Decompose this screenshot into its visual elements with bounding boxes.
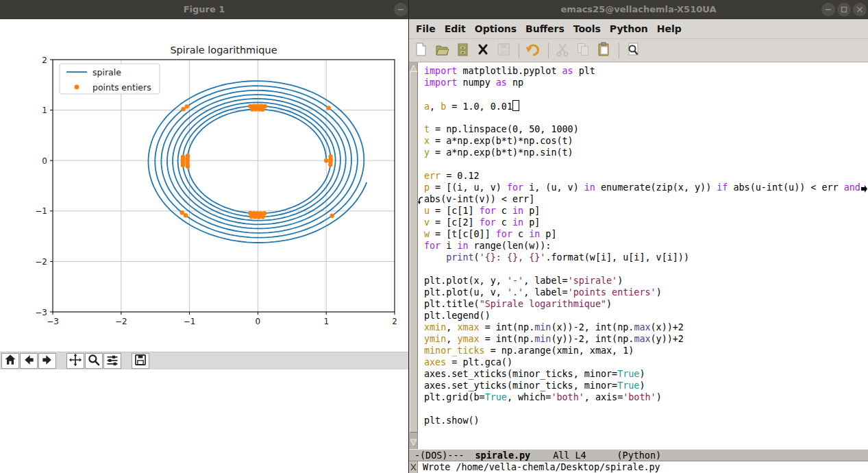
integer-point: [186, 165, 190, 169]
dired-icon: [455, 42, 470, 59]
code-line: abs(v-int(v)) < err]: [418, 193, 868, 205]
left-scrollbar[interactable]: [409, 62, 418, 449]
cut-button[interactable]: [553, 41, 572, 60]
code-line: plt.show(): [418, 415, 868, 426]
save-icon: [133, 353, 148, 369]
forward-icon: [40, 353, 55, 369]
paste-icon: [596, 42, 611, 59]
close-button[interactable]: [853, 3, 867, 16]
integer-point: [330, 214, 334, 218]
emacs-title: emacs25@vellachemla-X510UA: [409, 0, 868, 19]
back-button[interactable]: [20, 353, 38, 369]
minibuffer[interactable]: Wrote /home/vella-chemla/Desktop/spirale…: [409, 461, 868, 473]
integer-point: [180, 210, 184, 215]
code-line: xmin, xmax = int(np.min(x))-2, int(np.ma…: [418, 322, 868, 333]
mode-line-major-mode: (Python): [617, 450, 662, 461]
maximize-button[interactable]: [837, 3, 851, 16]
close-icon: [856, 6, 863, 13]
code-line: plt.plot(u, v, '.', label='points entier…: [418, 287, 868, 298]
code-line: v = [c[2] for c in p]: [418, 217, 868, 228]
x-tick-label: −1: [184, 317, 196, 326]
integer-point: [184, 213, 188, 217]
y-tick-label: 0: [42, 156, 47, 166]
code-line: w = [t[c[0]] for c in p]: [418, 228, 868, 240]
emacs-titlebar[interactable]: emacs25@vellachemla-X510UA: [409, 0, 868, 20]
plot-canvas[interactable]: −3−2−1012−3−2−1012Spirale logarithmiques…: [0, 19, 408, 352]
integer-point: [181, 107, 185, 111]
forward-button[interactable]: [38, 353, 56, 369]
scrollbar-down-icon[interactable]: [409, 437, 418, 446]
integer-point: [181, 163, 185, 167]
save-button[interactable]: [132, 353, 149, 369]
paste-button[interactable]: [594, 41, 613, 60]
legend-point-sample: [75, 85, 79, 90]
minimize-button[interactable]: [821, 3, 835, 16]
code-line: ymin, ymax = int(np.min(y))-2, int(np.ma…: [418, 333, 868, 345]
home-icon: [3, 353, 18, 369]
y-tick-label: 1: [42, 106, 47, 115]
integer-point: [185, 104, 189, 108]
code-line: axes = plt.gca(): [418, 356, 868, 368]
menu-item-options[interactable]: Options: [473, 23, 518, 34]
minimize-button[interactable]: [394, 3, 408, 16]
open-file-button[interactable]: [432, 41, 451, 60]
code-line: import matplotlib.pyplot as plt: [418, 65, 868, 77]
home-button[interactable]: [1, 353, 19, 369]
cut-icon: [555, 42, 570, 59]
close-buffer-button[interactable]: [473, 41, 493, 60]
save-buffer-icon: [496, 42, 511, 59]
mode-line-coding: -(DOS)---: [414, 450, 464, 461]
x-tick-label: 1: [323, 317, 329, 326]
code-line: t = np.linspace(0, 50, 1000): [418, 123, 868, 135]
x-tick-label: 0: [256, 317, 261, 326]
subplots-button[interactable]: [103, 353, 121, 369]
emacs-buffer-area: import matplotlib.pyplot as pltimport nu…: [409, 62, 868, 449]
menu-item-file[interactable]: File: [414, 23, 437, 34]
copy-button[interactable]: [573, 41, 593, 60]
pan-icon: [68, 353, 83, 369]
code-line: a, b = 1.0, 0.01: [418, 100, 868, 112]
scrollbar-up-icon[interactable]: [409, 62, 418, 71]
code-line: plt.plot(x, y, '-', label='spirale'): [418, 275, 868, 287]
code-pane[interactable]: import matplotlib.pyplot as pltimport nu…: [418, 62, 868, 449]
search-button[interactable]: [623, 41, 643, 60]
dired-button[interactable]: [453, 41, 472, 60]
code-line: for i in range(len(w)):: [418, 240, 868, 252]
zoom-icon: [86, 353, 101, 369]
code-line: err = 0.12: [418, 170, 868, 182]
legend-label: points entiers: [92, 82, 151, 93]
integer-point: [253, 215, 257, 219]
toolbar-separator: [548, 43, 549, 58]
new-file-button[interactable]: [412, 41, 431, 60]
zoom-button[interactable]: [85, 353, 103, 369]
code-line: [418, 88, 868, 100]
undo-button[interactable]: [523, 41, 543, 60]
code-line: [418, 403, 868, 415]
code-line: minor_ticks = np.arange(xmin, xmax, 1): [418, 345, 868, 356]
minimize-icon: [825, 6, 832, 13]
figure-titlebar[interactable]: Figure 1: [0, 0, 408, 20]
scrollbar-thumb[interactable]: [410, 71, 418, 433]
minimize-icon: [397, 6, 404, 13]
maximize-icon: [841, 6, 847, 13]
x-tick-label: −2: [115, 317, 127, 326]
menu-item-edit[interactable]: Edit: [443, 23, 467, 34]
code-line: [418, 112, 868, 123]
code-line: axes.set_yticks(minor_ticks, minor=True): [418, 380, 868, 391]
pan-button[interactable]: [66, 353, 84, 369]
menu-item-buffers[interactable]: Buffers: [524, 23, 566, 34]
legend-label: spirale: [92, 67, 121, 77]
copy-icon: [575, 42, 591, 59]
emacs-window: emacs25@vellachemla-X510UA FileEditOptio…: [408, 0, 868, 473]
menu-item-python[interactable]: Python: [608, 23, 649, 34]
menu-item-help[interactable]: Help: [656, 23, 683, 34]
menu-item-tools[interactable]: Tools: [572, 23, 602, 34]
code-line: axes.set_xticks(minor_ticks, minor=True): [418, 368, 868, 380]
save-buffer-button[interactable]: [494, 41, 513, 60]
code-line: y = a*np.exp(b*t)*np.sin(t): [418, 147, 868, 158]
code-line: x = a*np.exp(b*t)*np.cos(t): [418, 135, 868, 147]
y-tick-label: −1: [35, 206, 47, 216]
integer-point: [328, 154, 332, 158]
x-tick-label: −3: [47, 317, 59, 326]
code-line: import numpy as np: [418, 77, 868, 88]
